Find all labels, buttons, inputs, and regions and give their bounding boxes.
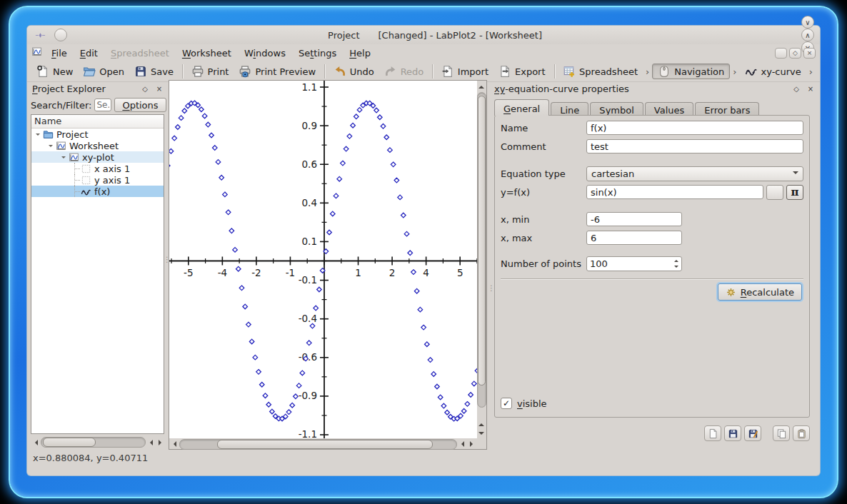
save-button[interactable]: Save	[129, 64, 179, 79]
tree-item-f-x-[interactable]: f(x)	[31, 186, 164, 197]
toolbar-separator	[554, 64, 555, 79]
export-button[interactable]: Export	[493, 64, 551, 79]
points-spinbox[interactable]: 100	[586, 256, 682, 271]
name-field[interactable]	[586, 121, 803, 135]
xmin-label: x, min	[501, 214, 586, 225]
tree-column-header: Name	[31, 115, 164, 128]
svg-text:1.1: 1.1	[302, 81, 317, 93]
worksheet-view: -5-4-2-112451.10.90.60.40.1-0.1-0.4-0.6-…	[169, 80, 487, 450]
explorer-hscrollbar	[31, 437, 166, 448]
expander-icon[interactable]	[61, 156, 66, 161]
scrollbar-handle[interactable]	[217, 440, 433, 449]
scroll-right-icon[interactable]	[156, 438, 166, 448]
dock-close-icon[interactable]: ×	[154, 84, 164, 94]
new-button[interactable]: New	[31, 64, 78, 79]
project-explorer-dock: Project Explorer ◇ × Search/Filter: Opti…	[29, 81, 167, 450]
curve-icon	[81, 186, 91, 197]
dock-close-icon[interactable]: ×	[806, 84, 816, 94]
scroll-left-icon[interactable]	[146, 438, 156, 448]
menu-edit[interactable]: Edit	[74, 46, 104, 60]
constants-button[interactable]	[766, 185, 783, 200]
xmin-field[interactable]	[586, 212, 682, 226]
scroll-left-icon[interactable]	[457, 439, 467, 449]
menu-windows[interactable]: Windows	[238, 46, 292, 60]
scrollbar-handle[interactable]	[478, 96, 486, 385]
scrollbar-handle[interactable]	[43, 438, 96, 447]
toolbar-extension-icon[interactable]: ›	[809, 66, 813, 77]
paste-button[interactable]	[793, 425, 810, 441]
tab-values[interactable]: Values	[645, 102, 693, 116]
copy-button[interactable]	[773, 425, 790, 441]
tree-item-y-axis-1[interactable]: y axis 1	[31, 174, 164, 186]
tab-error-bars[interactable]: Error bars	[695, 102, 759, 116]
dock-float-icon[interactable]: ◇	[791, 84, 801, 94]
tab-general[interactable]: General	[494, 99, 549, 116]
name-label: Name	[501, 123, 586, 133]
scroll-left-icon[interactable]	[31, 438, 41, 448]
save-edit-button[interactable]	[744, 425, 761, 441]
scrollbar-track[interactable]	[41, 437, 146, 448]
search-input[interactable]	[94, 99, 111, 111]
page-button[interactable]	[704, 425, 721, 441]
plasma-spark-icon[interactable]	[33, 29, 47, 41]
print-button[interactable]: Print	[186, 64, 234, 79]
import-icon	[441, 65, 454, 78]
menu-worksheet[interactable]: Worksheet	[176, 46, 238, 60]
scroll-right-icon[interactable]	[467, 439, 477, 449]
import-button[interactable]: Import	[436, 64, 493, 79]
open-button[interactable]: Open	[78, 64, 129, 79]
titlebar[interactable]: Project [Changed] - LabPlot2 - [Workshee…	[27, 26, 820, 44]
visible-checkbox[interactable]: ✓	[501, 398, 512, 409]
tree-branch-line	[75, 168, 80, 169]
recalculate-button[interactable]: Recalculate	[718, 283, 802, 301]
toolbar-button-label: Print Preview	[255, 66, 316, 77]
equation-field[interactable]	[586, 185, 763, 199]
expander-icon[interactable]	[49, 145, 53, 149]
tree-item-x-axis-1[interactable]: x axis 1	[31, 163, 164, 174]
tab-symbol[interactable]: Symbol	[590, 102, 643, 116]
undo-icon	[334, 65, 346, 78]
mdi-close-icon[interactable]: ×	[803, 48, 816, 59]
paste-icon	[796, 428, 807, 439]
spreadsheet-button[interactable]: Spreadsheet	[558, 64, 643, 79]
mdi-blank-icon[interactable]	[775, 48, 787, 59]
tree-item-worksheet[interactable]: Worksheet	[31, 140, 164, 151]
menu-file[interactable]: File	[45, 46, 74, 60]
xy-plot-canvas[interactable]: -5-4-2-112451.10.90.60.40.1-0.1-0.4-0.6-…	[169, 81, 477, 438]
scroll-up-icon[interactable]	[476, 419, 486, 429]
spin-up-icon[interactable]	[674, 258, 678, 262]
menu-help[interactable]: Help	[343, 46, 377, 60]
tab-line[interactable]: Line	[551, 102, 588, 116]
scroll-up-icon[interactable]	[476, 81, 486, 91]
dock-float-icon[interactable]: ◇	[140, 84, 150, 94]
pi-button[interactable]: π	[786, 185, 803, 200]
xmax-field[interactable]	[586, 231, 682, 245]
toolbar-extension-icon[interactable]: ›	[646, 66, 649, 77]
redo-button[interactable]: Redo	[379, 64, 429, 79]
toolbar-extension-icon[interactable]: ›	[733, 66, 736, 77]
separator	[501, 278, 803, 279]
navigation-button[interactable]: Navigation	[652, 64, 730, 79]
expander-icon[interactable]	[36, 133, 40, 138]
options-button[interactable]: Options	[114, 98, 166, 112]
menu-spreadsheet[interactable]: Spreadsheet	[104, 46, 176, 60]
scrollbar-track[interactable]	[179, 439, 457, 450]
undo-button[interactable]: Undo	[329, 64, 379, 79]
equation-type-label: Equation type	[501, 168, 586, 179]
tree-item-xy-plot[interactable]: xy-plot	[31, 151, 164, 163]
tree-item-project[interactable]: Project	[31, 128, 164, 140]
mdi-diamond-icon[interactable]: ◇	[789, 48, 801, 59]
print-preview-button[interactable]: Print Preview	[234, 64, 321, 79]
equation-type-select[interactable]: cartesian	[586, 166, 803, 181]
chevron-down-icon[interactable]: ∨	[801, 16, 814, 29]
floppy-button[interactable]	[724, 425, 741, 441]
scroll-down-icon[interactable]	[476, 429, 486, 439]
chevron-up-icon[interactable]: ∧	[801, 29, 814, 41]
xy-curve-button[interactable]: xy-curve	[740, 64, 806, 79]
button-gap	[764, 425, 770, 441]
scroll-left-icon[interactable]	[169, 439, 179, 449]
spin-down-icon[interactable]	[674, 266, 678, 270]
comment-field[interactable]	[586, 139, 803, 153]
titlebar-menu-button[interactable]	[54, 29, 67, 41]
menu-settings[interactable]: Settings	[292, 46, 343, 60]
